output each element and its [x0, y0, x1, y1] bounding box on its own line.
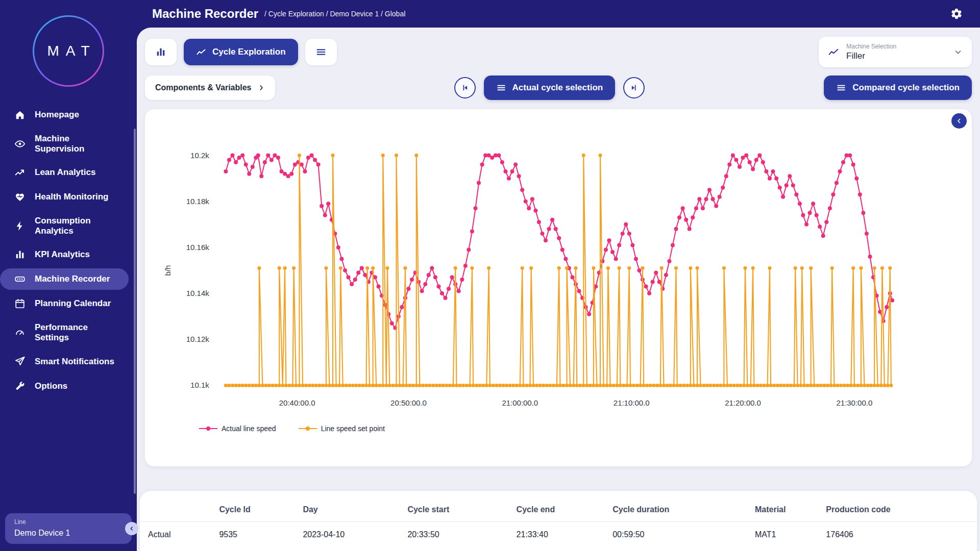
sidebar-item-label: Machine Supervision: [35, 134, 121, 154]
legend-item[interactable]: Actual line speed: [199, 424, 276, 433]
svg-text:20:50:00.0: 20:50:00.0: [390, 398, 427, 407]
machine-selection-value: Filler: [846, 51, 896, 61]
sidebar-item-label: Smart Notifications: [35, 357, 114, 367]
legend-label: Actual line speed: [222, 424, 276, 433]
sidebar-item-machine-recorder[interactable]: Machine Recorder: [0, 268, 129, 290]
sidebar-item-health-monitoring[interactable]: Health Monitoring: [0, 186, 129, 208]
sidebar-item-performance-settings[interactable]: Performance Settings: [0, 317, 129, 347]
sidebar-item-lean-analytics[interactable]: Lean Analytics: [0, 162, 129, 183]
legend-label: Line speed set point: [321, 424, 385, 433]
page-title: Machine Recorder: [152, 7, 258, 21]
machine-selection-dropdown[interactable]: Machine Selection Filler: [819, 37, 972, 67]
device-label: Line: [14, 518, 122, 525]
components-variables-label: Components & Variables: [155, 83, 252, 92]
breadcrumb[interactable]: / Cycle Exploration / Demo Device 1 / Gl…: [264, 10, 405, 18]
line-chart-icon: [828, 46, 839, 58]
col-header-cycle-end: Cycle end: [508, 500, 605, 522]
cell-material: MAT1: [747, 522, 818, 548]
bar-chart-view-button[interactable]: [145, 39, 177, 65]
cell-production-code: 176406: [818, 522, 977, 548]
cycle-exploration-tab[interactable]: Cycle Exploration: [184, 39, 298, 65]
settings-gear-button[interactable]: [947, 7, 966, 20]
logo-text: MAT: [40, 43, 96, 59]
col-header-material: Material: [747, 500, 818, 522]
hamburger-icon: [836, 83, 846, 93]
cycle-table-card: Cycle Id Day Cycle start Cycle end Cycle…: [140, 491, 977, 551]
actual-cycle-selection-button[interactable]: Actual cycle selection: [484, 76, 616, 100]
compared-cycle-selection-label: Compared cycle selection: [852, 83, 960, 93]
col-header-empty: [140, 500, 211, 522]
sidebar-item-label: Planning Calendar: [35, 298, 111, 309]
line-chart-icon: [196, 47, 206, 57]
sidebar-item-consumption-analytics[interactable]: Consumption Analytics: [0, 211, 129, 241]
cell-day: 2023-04-10: [295, 522, 399, 548]
sidebar-item-smart-notifications[interactable]: Smart Notifications: [0, 350, 129, 372]
gauge-icon: [14, 327, 27, 338]
heart-icon: [14, 191, 27, 203]
sidebar-nav: Homepage Machine Supervision Lean Analyt…: [0, 104, 137, 396]
view-toolbar: Cycle Exploration Machine Selection Fill…: [137, 28, 980, 67]
table-header-row: Cycle Id Day Cycle start Cycle end Cycle…: [140, 500, 977, 522]
compared-cycle-selection-button[interactable]: Compared cycle selection: [824, 76, 972, 100]
svg-text:10.14k: 10.14k: [186, 289, 209, 297]
skip-previous-icon: [460, 83, 470, 92]
cell-cycle-start: 20:33:50: [399, 522, 508, 548]
line-speed-chart: 10.1k10.12k10.14k10.16k10.18k10.2k20:40:…: [150, 114, 967, 420]
recorder-icon: [14, 273, 27, 285]
components-variables-button[interactable]: Components & Variables: [145, 76, 275, 100]
sidebar-item-label: Options: [35, 381, 67, 391]
svg-text:b/h: b/h: [163, 265, 172, 276]
top-header: Machine Recorder / Cycle Exploration / D…: [137, 0, 980, 28]
cell-cycle-id: 9535: [211, 522, 295, 548]
sidebar-item-label: Performance Settings: [35, 322, 121, 342]
sidebar-item-homepage[interactable]: Homepage: [0, 104, 129, 126]
chevron-right-icon: [258, 84, 265, 91]
logo: MAT: [0, 0, 137, 87]
sidebar-item-options[interactable]: Options: [0, 375, 129, 396]
svg-text:10.16k: 10.16k: [186, 243, 209, 252]
calendar-icon: [14, 298, 27, 309]
svg-text:10.18k: 10.18k: [186, 197, 209, 206]
table-row[interactable]: Actual 9535 2023-04-10 20:33:50 21:33:40…: [140, 522, 977, 548]
svg-text:10.12k: 10.12k: [186, 335, 209, 343]
svg-text:20:40:00.0: 20:40:00.0: [279, 398, 315, 407]
next-cycle-button[interactable]: [623, 77, 645, 98]
sidebar-item-label: Homepage: [35, 110, 79, 120]
col-header-day: Day: [295, 500, 399, 522]
hamburger-icon: [496, 83, 506, 93]
trend-icon: [14, 167, 27, 178]
row-label: Actual: [140, 522, 211, 548]
sidebar-item-label: Lean Analytics: [35, 167, 95, 178]
sidebar-item-label: Consumption Analytics: [35, 216, 121, 236]
device-name: Demo Device 1: [14, 529, 122, 538]
sidebar-item-machine-supervision[interactable]: Machine Supervision: [0, 129, 129, 159]
sidebar-item-kpi-analytics[interactable]: KPI Analytics: [0, 244, 129, 265]
svg-text:10.1k: 10.1k: [190, 381, 209, 389]
sidebar-collapse-button[interactable]: [125, 522, 138, 535]
eye-icon: [14, 138, 27, 149]
legend-marker-icon: [299, 425, 317, 432]
svg-text:21:00:00.0: 21:00:00.0: [502, 398, 538, 407]
sidebar-item-label: Health Monitoring: [35, 192, 108, 202]
svg-text:21:30:00.0: 21:30:00.0: [837, 398, 873, 407]
svg-text:10.2k: 10.2k: [190, 151, 209, 160]
chevron-down-icon: [953, 47, 963, 57]
cell-cycle-duration: 00:59:50: [604, 522, 747, 548]
legend-item[interactable]: Line speed set point: [299, 424, 385, 433]
selection-toolbar: Components & Variables Actual cycle sele…: [137, 67, 980, 100]
menu-view-button[interactable]: [305, 39, 337, 65]
legend-marker-icon: [199, 425, 217, 432]
sidebar-scrollbar[interactable]: [134, 129, 136, 494]
previous-cycle-button[interactable]: [454, 77, 476, 98]
device-card[interactable]: Line Demo Device 1: [5, 513, 132, 544]
send-icon: [14, 356, 27, 367]
chevron-left-icon: [129, 525, 135, 532]
col-header-cycle-duration: Cycle duration: [604, 500, 747, 522]
cycle-table: Cycle Id Day Cycle start Cycle end Cycle…: [140, 500, 977, 547]
hamburger-icon: [315, 46, 327, 58]
collapse-panel-button[interactable]: [951, 113, 967, 129]
sidebar-item-label: Machine Recorder: [35, 274, 110, 284]
bar-chart-icon: [155, 46, 166, 58]
sidebar-item-planning-calendar[interactable]: Planning Calendar: [0, 293, 129, 314]
col-header-cycle-start: Cycle start: [399, 500, 508, 522]
